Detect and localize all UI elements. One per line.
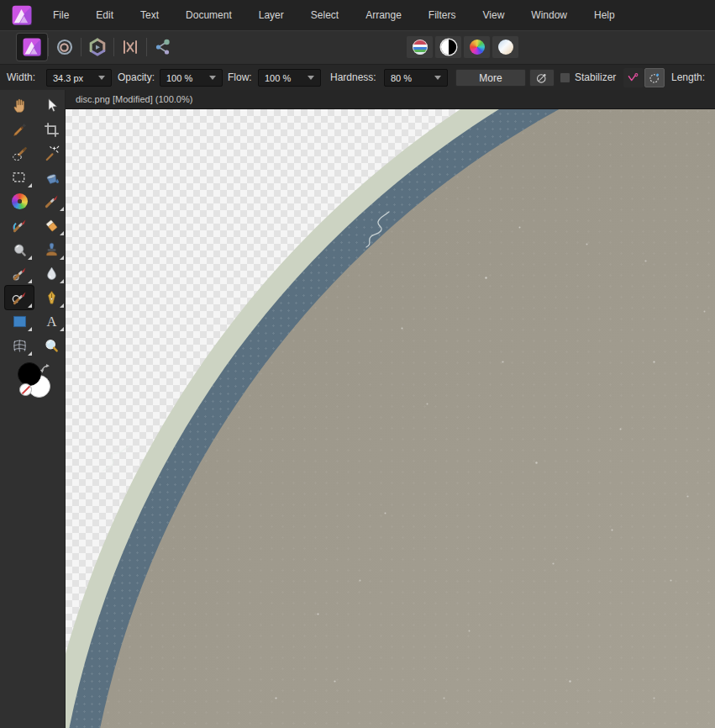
export-share-icon (153, 37, 173, 57)
pen-nib-icon (43, 289, 60, 307)
document-tab[interactable]: disc.png [Modified] (100.0%) (66, 90, 202, 108)
blur-tool[interactable] (37, 261, 66, 285)
more-button-label: More (479, 72, 502, 84)
swap-colors-icon[interactable] (39, 362, 51, 375)
selection-brush-tool[interactable] (5, 141, 34, 165)
develop-persona-button[interactable] (82, 34, 113, 61)
opacity-label: Opacity: (118, 65, 155, 91)
crop-tool[interactable] (37, 118, 66, 141)
auto-contrast-button[interactable] (435, 36, 461, 58)
rope-stabilizer-button[interactable] (623, 68, 644, 87)
clone-brush-tool[interactable] (37, 238, 66, 261)
menu-item-edit[interactable]: Edit (82, 0, 127, 30)
liquify-persona-button[interactable] (50, 34, 80, 61)
flow-label: Flow: (228, 65, 252, 91)
fiber-scratch (99, 441, 134, 478)
more-button[interactable]: More (455, 69, 526, 87)
auto-white-balance-button[interactable] (492, 36, 518, 58)
move-tool[interactable] (37, 93, 66, 117)
menu-item-text[interactable]: Text (127, 0, 172, 30)
flyout-indicator (60, 327, 64, 331)
crop-icon (43, 121, 60, 139)
pen-tool[interactable] (37, 286, 66, 309)
erase-brush-tool[interactable] (37, 214, 66, 237)
menu-item-filters[interactable]: Filters (415, 0, 470, 30)
no-color-swatch[interactable] (19, 383, 32, 396)
affinity-photo-icon (22, 37, 42, 57)
fiber-scratch (355, 208, 394, 249)
auto-white-balance-icon (498, 40, 513, 55)
toolbar-separator (48, 38, 49, 56)
zoom-magnifier-icon (43, 337, 60, 355)
main-toolbar (0, 30, 715, 64)
marquee-tool[interactable] (5, 166, 34, 189)
flow-value: 100 % (265, 73, 291, 83)
eyedropper-icon (11, 121, 29, 139)
hardness-dropdown[interactable]: 80 % (384, 69, 448, 87)
toolbar-separator (81, 38, 81, 56)
text-a-icon: A (43, 313, 60, 330)
menu-item-help[interactable]: Help (581, 0, 628, 30)
menu-item-file[interactable]: File (39, 0, 82, 30)
chevron-down-icon (434, 76, 441, 80)
auto-adjustment-buttons (407, 36, 518, 58)
zoom-tool[interactable] (37, 334, 66, 357)
opacity-dropdown[interactable]: 100 % (160, 69, 223, 87)
export-persona-button[interactable] (148, 34, 178, 61)
paint-brush-tool[interactable] (37, 189, 66, 213)
smudge-tool[interactable] (5, 261, 34, 285)
paint-brush-icon (43, 193, 60, 210)
flood-select-tool[interactable] (37, 141, 66, 165)
develop-icon (87, 37, 108, 57)
color-replacement-brush-tool[interactable] (5, 214, 34, 237)
width-dropdown[interactable]: 34.3 px (46, 69, 112, 87)
marquee-icon (11, 169, 29, 187)
clone-stamp-icon (43, 241, 60, 259)
flyout-indicator (28, 183, 32, 187)
width-value: 34.3 px (53, 73, 83, 83)
undo-brush-tool[interactable] (5, 286, 34, 309)
flyout-indicator (28, 351, 32, 356)
toolbar-separator (146, 38, 147, 56)
opacity-value: 100 % (166, 73, 192, 83)
flow-dropdown[interactable]: 100 % (258, 69, 321, 87)
color-wheel-icon (12, 193, 28, 209)
width-label: Width: (7, 65, 35, 91)
stabilizer-checkbox[interactable] (560, 72, 570, 83)
mesh-warp-tool[interactable] (5, 334, 34, 357)
menu-item-view[interactable]: View (470, 0, 518, 30)
affinity-photo-app-icon (11, 4, 33, 26)
tone-mapping-persona-button[interactable] (115, 34, 145, 61)
flood-fill-tool[interactable] (37, 166, 66, 189)
foreground-color-swatch[interactable] (18, 362, 41, 386)
hand-icon (11, 97, 29, 114)
tools-panel: A (0, 90, 66, 728)
chevron-down-icon (308, 76, 314, 80)
dodge-brush-tool[interactable] (5, 238, 34, 261)
flyout-indicator (60, 231, 64, 235)
canvas[interactable] (66, 109, 715, 728)
eraser-icon (43, 217, 60, 235)
menu-item-select[interactable]: Select (297, 0, 352, 30)
chevron-down-icon (209, 76, 216, 80)
wet-edges-button[interactable] (529, 69, 555, 87)
color-picker-tool[interactable] (5, 118, 34, 141)
menu-item-window[interactable]: Window (518, 0, 581, 30)
text-tool[interactable]: A (37, 309, 66, 333)
rectangle-tool[interactable] (5, 309, 34, 333)
menu-item-arrange[interactable]: Arrange (352, 0, 415, 30)
toolbar-separator (113, 38, 114, 56)
auto-colours-button[interactable] (464, 36, 490, 58)
photo-persona-button[interactable] (17, 34, 47, 61)
dust-specks (66, 109, 66, 110)
flyout-indicator (28, 327, 32, 331)
blur-drop-icon (43, 265, 60, 282)
menu-item-document[interactable]: Document (172, 0, 245, 30)
menu-item-layer[interactable]: Layer (245, 0, 297, 30)
rectangle-icon (11, 313, 29, 330)
gradient-tool[interactable] (5, 189, 34, 213)
svg-text:A: A (46, 313, 56, 329)
view-tool[interactable] (5, 93, 34, 117)
auto-levels-button[interactable] (407, 36, 433, 58)
window-stabilizer-button[interactable] (644, 68, 665, 87)
